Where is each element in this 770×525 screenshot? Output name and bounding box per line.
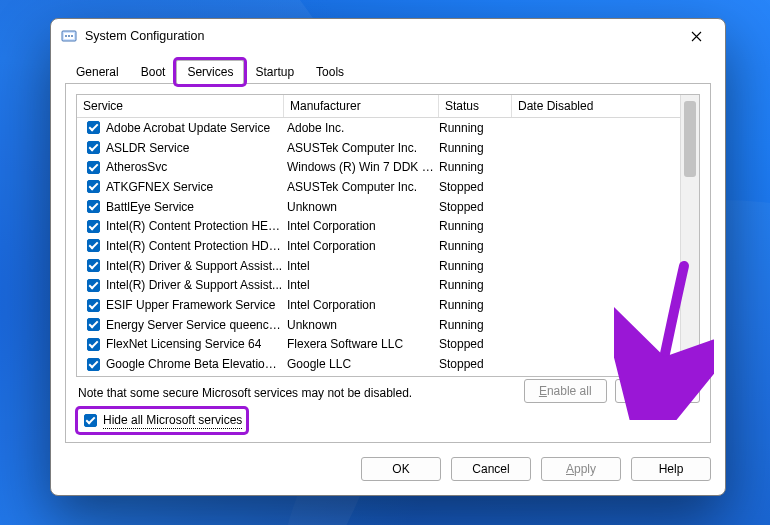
service-manufacturer: Intel bbox=[287, 278, 439, 292]
scrollbar-thumb[interactable] bbox=[684, 101, 696, 177]
service-manufacturer: ASUSTek Computer Inc. bbox=[287, 180, 439, 194]
table-row[interactable]: AtherosSvcWindows (R) Win 7 DDK p...Runn… bbox=[77, 157, 680, 177]
enable-all-button[interactable]: Enable all bbox=[524, 379, 607, 403]
service-status: Running bbox=[439, 219, 509, 233]
service-checkbox[interactable] bbox=[87, 358, 100, 371]
col-status[interactable]: Status bbox=[439, 95, 512, 117]
service-name: ASLDR Service bbox=[106, 141, 189, 155]
tab-strip: General Boot Services Startup Tools bbox=[65, 59, 711, 84]
service-manufacturer: Intel Corporation bbox=[287, 239, 439, 253]
service-checkbox[interactable] bbox=[87, 200, 100, 213]
titlebar: System Configuration bbox=[51, 19, 725, 53]
svg-point-4 bbox=[71, 35, 73, 37]
service-name: Intel(R) Driver & Support Assist... bbox=[106, 278, 282, 292]
service-manufacturer: Intel Corporation bbox=[287, 298, 439, 312]
service-checkbox[interactable] bbox=[87, 220, 100, 233]
service-status: Stopped bbox=[439, 200, 509, 214]
service-status: Running bbox=[439, 141, 509, 155]
svg-point-3 bbox=[68, 35, 70, 37]
table-row[interactable]: Intel(R) Driver & Support Assist...Intel… bbox=[77, 276, 680, 296]
note-text: Note that some secure Microsoft services… bbox=[78, 386, 412, 400]
service-name: Intel(R) Driver & Support Assist... bbox=[106, 259, 282, 273]
tab-startup[interactable]: Startup bbox=[244, 60, 305, 84]
service-checkbox[interactable] bbox=[87, 299, 100, 312]
col-manufacturer[interactable]: Manufacturer bbox=[284, 95, 439, 117]
hide-ms-services-input[interactable] bbox=[84, 414, 97, 427]
service-manufacturer: Adobe Inc. bbox=[287, 121, 439, 135]
service-manufacturer: Intel bbox=[287, 259, 439, 273]
app-icon bbox=[61, 28, 77, 44]
table-row[interactable]: Intel(R) Driver & Support Assist...Intel… bbox=[77, 256, 680, 276]
grid-header: Service Manufacturer Status Date Disable… bbox=[77, 95, 680, 118]
col-service[interactable]: Service bbox=[77, 95, 284, 117]
service-name: Intel(R) Content Protection HECI... bbox=[106, 219, 283, 233]
service-checkbox[interactable] bbox=[87, 180, 100, 193]
service-status: Running bbox=[439, 278, 509, 292]
dialog-buttons: OK Cancel Apply Help bbox=[51, 443, 725, 495]
service-status: Stopped bbox=[439, 337, 509, 351]
table-row[interactable]: ESIF Upper Framework ServiceIntel Corpor… bbox=[77, 295, 680, 315]
service-manufacturer: Intel Corporation bbox=[287, 219, 439, 233]
close-icon bbox=[691, 31, 702, 42]
service-name: ESIF Upper Framework Service bbox=[106, 298, 275, 312]
service-name: Adobe Acrobat Update Service bbox=[106, 121, 270, 135]
table-row[interactable]: ASLDR ServiceASUSTek Computer Inc.Runnin… bbox=[77, 138, 680, 158]
service-checkbox[interactable] bbox=[87, 338, 100, 351]
grid-rows: Adobe Acrobat Update ServiceAdobe Inc.Ru… bbox=[77, 118, 680, 376]
svg-point-2 bbox=[65, 35, 67, 37]
service-checkbox[interactable] bbox=[87, 318, 100, 331]
service-manufacturer: Flexera Software LLC bbox=[287, 337, 439, 351]
table-row[interactable]: BattlEye ServiceUnknownStopped bbox=[77, 197, 680, 217]
window-title: System Configuration bbox=[85, 29, 205, 43]
service-status: Running bbox=[439, 239, 509, 253]
table-row[interactable]: Intel(R) Content Protection HDC...Intel … bbox=[77, 236, 680, 256]
service-checkbox[interactable] bbox=[87, 279, 100, 292]
table-row[interactable]: Google Chrome Beta Elevation S...Google … bbox=[77, 354, 680, 374]
service-status: Running bbox=[439, 121, 509, 135]
service-manufacturer: Windows (R) Win 7 DDK p... bbox=[287, 160, 439, 174]
service-status: Running bbox=[439, 318, 509, 332]
service-name: ATKGFNEX Service bbox=[106, 180, 213, 194]
service-name: AtherosSvc bbox=[106, 160, 167, 174]
service-checkbox[interactable] bbox=[87, 259, 100, 272]
col-date-disabled[interactable]: Date Disabled bbox=[512, 95, 680, 117]
service-checkbox[interactable] bbox=[87, 141, 100, 154]
service-checkbox[interactable] bbox=[87, 121, 100, 134]
tab-area: General Boot Services Startup Tools Serv… bbox=[51, 53, 725, 443]
service-status: Stopped bbox=[439, 357, 509, 371]
service-checkbox[interactable] bbox=[87, 161, 100, 174]
service-manufacturer: Unknown bbox=[287, 200, 439, 214]
service-status: Stopped bbox=[439, 180, 509, 194]
table-row[interactable]: Energy Server Service queencreekUnknownR… bbox=[77, 315, 680, 335]
help-button[interactable]: Help bbox=[631, 457, 711, 481]
service-status: Running bbox=[439, 259, 509, 273]
scrollbar[interactable] bbox=[680, 95, 699, 376]
table-row[interactable]: ATKGFNEX ServiceASUSTek Computer Inc.Sto… bbox=[77, 177, 680, 197]
service-name: Intel(R) Content Protection HDC... bbox=[106, 239, 283, 253]
hide-ms-services-label: Hide all Microsoft services bbox=[103, 413, 242, 429]
service-manufacturer: Google LLC bbox=[287, 357, 439, 371]
service-status: Running bbox=[439, 160, 509, 174]
ok-button[interactable]: OK bbox=[361, 457, 441, 481]
tab-general[interactable]: General bbox=[65, 60, 130, 84]
close-button[interactable] bbox=[673, 20, 719, 52]
service-manufacturer: Unknown bbox=[287, 318, 439, 332]
system-configuration-window: System Configuration General Boot Servic… bbox=[50, 18, 726, 496]
tab-boot[interactable]: Boot bbox=[130, 60, 177, 84]
table-row[interactable]: FlexNet Licensing Service 64Flexera Soft… bbox=[77, 335, 680, 355]
table-row[interactable]: Adobe Acrobat Update ServiceAdobe Inc.Ru… bbox=[77, 118, 680, 138]
service-status: Running bbox=[439, 298, 509, 312]
services-grid: Service Manufacturer Status Date Disable… bbox=[76, 94, 700, 377]
service-name: BattlEye Service bbox=[106, 200, 194, 214]
apply-button[interactable]: Apply bbox=[541, 457, 621, 481]
tab-tools[interactable]: Tools bbox=[305, 60, 355, 84]
table-row[interactable]: Intel(R) Content Protection HECI...Intel… bbox=[77, 216, 680, 236]
disable-all-button[interactable]: Disable all bbox=[615, 379, 700, 403]
tab-services[interactable]: Services bbox=[176, 60, 244, 84]
service-name: Energy Server Service queencreek bbox=[106, 318, 283, 332]
cancel-button[interactable]: Cancel bbox=[451, 457, 531, 481]
hide-ms-services-checkbox[interactable]: Hide all Microsoft services bbox=[78, 409, 246, 432]
service-name: Google Chrome Beta Elevation S... bbox=[106, 357, 283, 371]
service-checkbox[interactable] bbox=[87, 239, 100, 252]
service-manufacturer: ASUSTek Computer Inc. bbox=[287, 141, 439, 155]
